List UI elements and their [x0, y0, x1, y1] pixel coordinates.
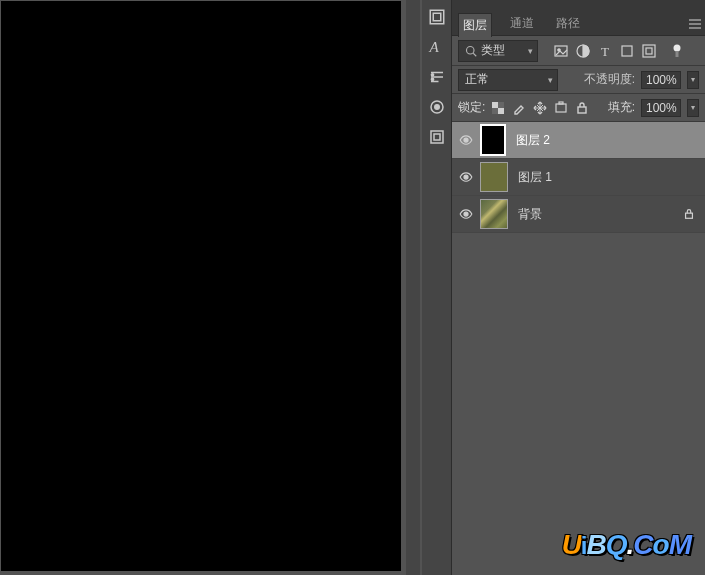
- filter-text-icon[interactable]: T: [598, 44, 612, 58]
- layer-filter-row: 类型 ▾ T: [452, 36, 705, 66]
- layers-panel: 图层 通道 路径 类型 ▾ T 正常 ▾ 不透明度: 100% ▾: [452, 0, 705, 575]
- blend-mode-row: 正常 ▾ 不透明度: 100% ▾: [452, 66, 705, 94]
- libraries-panel-icon[interactable]: [424, 124, 450, 150]
- svg-rect-32: [578, 107, 586, 113]
- svg-rect-28: [498, 102, 504, 108]
- lock-label: 锁定:: [458, 99, 485, 116]
- opacity-value: 100%: [646, 73, 677, 87]
- tab-layers[interactable]: 图层: [458, 13, 492, 37]
- svg-rect-26: [492, 102, 498, 108]
- visibility-toggle[interactable]: [452, 159, 480, 195]
- panel-tabs: 图层 通道 路径: [452, 12, 705, 36]
- tab-paths[interactable]: 路径: [552, 12, 584, 36]
- character-panel-icon[interactable]: A: [424, 34, 450, 60]
- fill-label: 填充:: [608, 99, 635, 116]
- svg-point-7: [431, 78, 433, 80]
- chevron-down-icon: ▾: [528, 46, 533, 56]
- svg-text:T: T: [601, 44, 609, 58]
- layer-thumbnail[interactable]: [480, 124, 506, 156]
- svg-rect-11: [434, 134, 440, 140]
- tab-channels[interactable]: 通道: [506, 12, 538, 36]
- svg-rect-23: [646, 48, 652, 54]
- blend-mode-label: 正常: [465, 71, 489, 88]
- blend-mode-select[interactable]: 正常 ▾: [458, 69, 558, 91]
- watermark: UiBQ.CoM: [562, 529, 691, 561]
- svg-point-6: [431, 74, 433, 76]
- layer-name[interactable]: 背景: [518, 206, 683, 223]
- svg-rect-27: [498, 108, 504, 114]
- visibility-toggle[interactable]: [452, 196, 480, 232]
- layer-thumbnail[interactable]: [480, 162, 508, 192]
- canvas-area: [0, 0, 408, 575]
- filter-icons: T: [554, 44, 684, 58]
- canvas[interactable]: [2, 2, 400, 570]
- filter-shape-icon[interactable]: [620, 44, 634, 58]
- filter-type-select[interactable]: 类型 ▾: [458, 40, 538, 62]
- vertical-scrollbar[interactable]: [406, 0, 420, 575]
- fill-input[interactable]: 100%: [641, 99, 681, 117]
- svg-point-15: [467, 46, 475, 54]
- svg-point-34: [464, 175, 468, 179]
- search-icon: [465, 45, 477, 57]
- svg-rect-31: [559, 102, 563, 104]
- svg-rect-0: [430, 10, 444, 24]
- eye-icon: [459, 209, 473, 219]
- layer-thumbnail[interactable]: [480, 199, 508, 229]
- svg-rect-1: [433, 13, 441, 21]
- layer-list: 图层 2 图层 1 背景: [452, 122, 705, 233]
- lock-position-icon[interactable]: [533, 101, 547, 115]
- lock-row: 锁定: 填充: 100% ▾: [452, 94, 705, 122]
- panel-drag-strip[interactable]: [452, 0, 705, 12]
- svg-rect-25: [676, 51, 679, 57]
- layer-row[interactable]: 图层 2: [452, 122, 705, 159]
- filter-adjustment-icon[interactable]: [576, 44, 590, 58]
- chevron-down-icon: ▾: [548, 75, 553, 85]
- paragraph-panel-icon[interactable]: [424, 64, 450, 90]
- layer-row[interactable]: 图层 1: [452, 159, 705, 196]
- layer-name[interactable]: 图层 2: [516, 132, 705, 149]
- eye-icon: [459, 135, 473, 145]
- filter-type-label: 类型: [481, 42, 505, 59]
- layer-row[interactable]: 背景: [452, 196, 705, 233]
- svg-rect-10: [431, 131, 443, 143]
- filter-pixel-icon[interactable]: [554, 44, 568, 58]
- fill-value: 100%: [646, 101, 677, 115]
- opacity-input[interactable]: 100%: [641, 71, 681, 89]
- svg-point-35: [464, 212, 468, 216]
- svg-rect-36: [686, 213, 693, 218]
- fill-dropdown-icon[interactable]: ▾: [687, 99, 699, 117]
- filter-toggle-icon[interactable]: [670, 44, 684, 58]
- opacity-dropdown-icon[interactable]: ▾: [687, 71, 699, 89]
- svg-text:A: A: [428, 39, 439, 55]
- lock-transparency-icon[interactable]: [491, 101, 505, 115]
- visibility-toggle[interactable]: [452, 122, 480, 158]
- svg-rect-21: [622, 46, 632, 56]
- svg-point-33: [464, 138, 468, 142]
- lock-icons: [491, 101, 589, 115]
- brush-panel-icon[interactable]: [424, 94, 450, 120]
- lock-artboard-icon[interactable]: [554, 101, 568, 115]
- lock-all-icon[interactable]: [575, 101, 589, 115]
- layer-name[interactable]: 图层 1: [518, 169, 705, 186]
- lock-icon: [683, 208, 695, 220]
- opacity-label: 不透明度:: [584, 71, 635, 88]
- filter-smart-icon[interactable]: [642, 44, 656, 58]
- history-icon[interactable]: [424, 4, 450, 30]
- collapsed-panels-column: A: [422, 0, 452, 575]
- svg-point-24: [674, 44, 681, 51]
- lock-paint-icon[interactable]: [512, 101, 526, 115]
- svg-rect-22: [643, 45, 655, 57]
- svg-line-16: [473, 53, 476, 56]
- svg-rect-30: [556, 104, 566, 112]
- eye-icon: [459, 172, 473, 182]
- panel-menu-icon[interactable]: [689, 18, 701, 32]
- svg-rect-29: [492, 108, 498, 114]
- svg-point-9: [434, 105, 439, 110]
